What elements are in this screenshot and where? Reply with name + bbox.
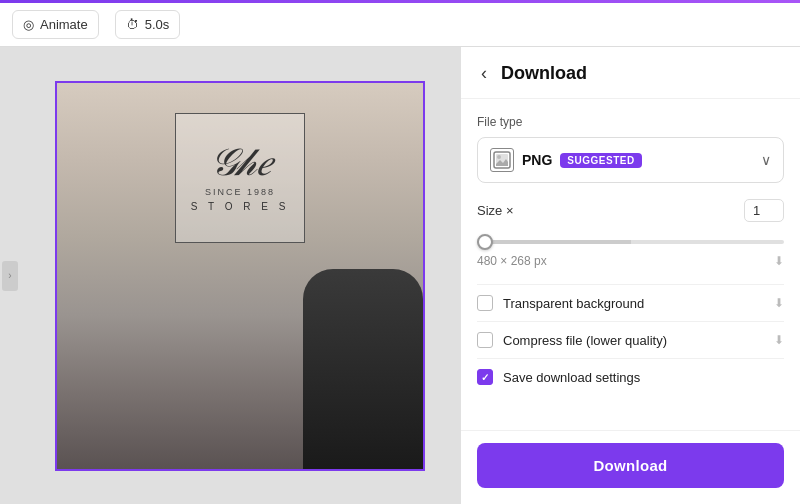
dark-figure xyxy=(303,269,423,469)
download-button[interactable]: Download xyxy=(477,443,784,488)
duration-label: 5.0s xyxy=(145,17,170,32)
canvas-image: 𝒢𝒽𝑒 SINCE 1988 S T O R E S xyxy=(57,83,423,469)
size-header: Size × 1 xyxy=(477,199,784,222)
transparent-bg-checkbox[interactable] xyxy=(477,295,493,311)
canvas-border: 𝒢𝒽𝑒 SINCE 1988 S T O R E S xyxy=(55,81,425,471)
back-icon: ‹ xyxy=(481,63,487,83)
compress-checkbox[interactable] xyxy=(477,332,493,348)
main-area: › 𝒢𝒽𝑒 SINCE 1988 S T O R E S xyxy=(0,47,800,504)
transparent-bg-label: Transparent background xyxy=(503,296,764,311)
chevron-down-icon: ∨ xyxy=(761,152,771,168)
animate-label: Animate xyxy=(40,17,88,32)
compress-label: Compress file (lower quality) xyxy=(503,333,764,348)
animate-button[interactable]: ◎ Animate xyxy=(12,10,99,39)
save-settings-checkbox[interactable] xyxy=(477,369,493,385)
file-type-name: PNG xyxy=(522,152,552,168)
right-panel: ‹ Download File type PNG SUGGESTED xyxy=(460,47,800,504)
collapse-handle[interactable]: › xyxy=(2,261,18,291)
duration-button[interactable]: ⏱ 5.0s xyxy=(115,10,181,39)
download-section: Download xyxy=(461,430,800,504)
size-input[interactable]: 1 xyxy=(744,199,784,222)
compress-option[interactable]: Compress file (lower quality) ⬇ xyxy=(477,321,784,358)
logo-overlay: 𝒢𝒽𝑒 SINCE 1988 S T O R E S xyxy=(175,113,305,243)
size-label: Size × xyxy=(477,203,514,218)
slider-container xyxy=(477,230,784,248)
logo-since: SINCE 1988 xyxy=(205,187,275,197)
transparent-bg-option[interactable]: Transparent background ⬇ xyxy=(477,284,784,321)
back-button[interactable]: ‹ xyxy=(477,61,491,86)
size-px-icon: ⬇ xyxy=(774,254,784,268)
save-settings-label: Save download settings xyxy=(503,370,784,385)
clock-icon: ⏱ xyxy=(126,17,139,32)
panel-content: File type PNG SUGGESTED ∨ Size × 1 xyxy=(461,99,800,430)
size-px: 480 × 268 px ⬇ xyxy=(477,254,784,268)
animate-icon: ◎ xyxy=(23,17,34,32)
compress-icon: ⬇ xyxy=(774,333,784,347)
canvas-area: 𝒢𝒽𝑒 SINCE 1988 S T O R E S xyxy=(20,47,460,504)
suggested-badge: SUGGESTED xyxy=(560,153,641,168)
panel-title: Download xyxy=(501,63,587,84)
svg-point-2 xyxy=(497,155,501,159)
panel-header: ‹ Download xyxy=(461,47,800,99)
save-settings-option[interactable]: Save download settings xyxy=(477,358,784,395)
size-slider[interactable] xyxy=(477,240,784,244)
transparent-bg-icon: ⬇ xyxy=(774,296,784,310)
toolbar: ◎ Animate ⏱ 5.0s xyxy=(0,3,800,47)
file-type-icon xyxy=(490,148,514,172)
logo-stores: S T O R E S xyxy=(191,201,290,212)
canvas-wrapper: 𝒢𝒽𝑒 SINCE 1988 S T O R E S xyxy=(55,81,425,471)
logo-script: 𝒢𝒽𝑒 xyxy=(208,143,273,181)
file-type-label: File type xyxy=(477,115,784,129)
file-type-dropdown[interactable]: PNG SUGGESTED ∨ xyxy=(477,137,784,183)
left-sidebar-strip: › xyxy=(0,47,20,504)
